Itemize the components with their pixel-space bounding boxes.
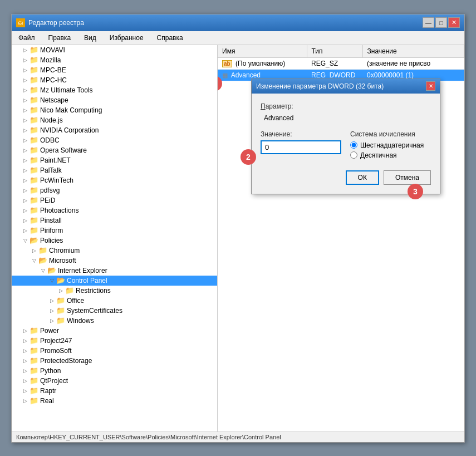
folder-icon: 📁 [30,347,38,355]
tree-item-nvidia[interactable]: ▷ 📁 NVIDIA Corporation [12,125,217,135]
dialog-body: Параметр: Advanced Значение: Система исч… [252,94,440,194]
tree-item-protected[interactable]: ▷ 📁 ProtectedStorage [12,356,217,366]
registry-values-pane: 1 Имя Тип Значение ab (По умолчанию) [218,45,464,432]
tree-item-movavi[interactable]: ▷ 📁 MOVAVI [12,45,217,55]
tree-item-office[interactable]: ▷ 📁 Office [12,296,217,306]
tree-item-promosoft[interactable]: ▷ 📁 PromoSoft [12,346,217,356]
folder-icon: 📁 [30,66,38,74]
tree-item-real[interactable]: ▷ 📁 Real [12,396,217,406]
col-header-value: Значение [362,45,464,58]
tree-item-pdfsvg[interactable]: ▷ 📁 pdfsvg [12,185,217,195]
folder-icon: 📁 [30,126,38,134]
tree-item-mpc-be[interactable]: ▷ 📁 MPC-BE [12,65,217,75]
number-system-label: Система исчисления [350,130,431,138]
menu-file[interactable]: Файл [16,33,37,43]
menu-bar: Файл Правка Вид Избранное Справка [12,31,464,45]
tree-label: Internet Explorer [58,267,107,274]
folder-icon: 📁 [30,187,38,194]
tree-item-piriform[interactable]: ▷ 📁 Piriform [12,225,217,236]
tree-item-nico-mak[interactable]: ▷ 📁 Nico Mak Computing [12,105,217,115]
tree-item-control-panel[interactable]: ▽ 📂 Control Panel [12,276,217,286]
tree-item-opera[interactable]: ▷ 📁 Opera Software [12,145,217,155]
tree-arrow: ▷ [30,248,38,253]
tree-arrow: ▷ [21,328,30,334]
menu-help[interactable]: Справка [155,33,185,43]
folder-icon: 📁 [56,317,65,325]
menu-favorites[interactable]: Избранное [107,33,146,43]
tree-label: Netscape [40,96,68,104]
folder-icon: 📁 [38,247,47,254]
table-row[interactable]: ab (По умолчанию) REG_SZ (значение не пр… [218,57,464,69]
tree-item-mpc-hc[interactable]: ▷ 📁 MPC-HC [12,75,217,85]
folder-icon: 📁 [30,227,38,234]
tree-label: ODBC [40,136,60,144]
tree-item-chromium[interactable]: ▷ 📁 Chromium [12,246,217,256]
folder-icon: 📁 [30,56,38,64]
tree-item-mz-ultimate[interactable]: ▷ 📁 Mz Ultimate Tools [12,85,217,95]
tree-label: Office [67,297,84,305]
tree-label: Piriform [40,227,63,234]
status-path: Компьютер\HKEY_CURRENT_USER\Software\Pol… [16,434,281,440]
status-bar: Компьютер\HKEY_CURRENT_USER\Software\Pol… [12,432,464,442]
tree-item-windows[interactable]: ▷ 📁 Windows [12,316,217,326]
tree-label: PEiD [40,197,55,204]
cancel-button[interactable]: Отмена [384,170,431,185]
tree-item-syscerts[interactable]: ▷ 📁 SystemCertificates [12,306,217,316]
tree-item-pinstall[interactable]: ▷ 📁 Pinstall [12,215,217,225]
restore-button[interactable]: □ [435,17,447,28]
tree-item-odbc[interactable]: ▷ 📁 ODBC [12,135,217,145]
tree-label: Mz Ultimate Tools [40,86,92,94]
tree-item-nodejs[interactable]: ▷ 📁 Node.js [12,115,217,125]
menu-edit[interactable]: Правка [46,33,73,43]
minimize-button[interactable]: — [423,17,434,28]
dec-radio[interactable] [350,151,357,159]
dec-radio-option[interactable]: Десятичная [350,151,431,159]
menu-view[interactable]: Вид [82,33,99,43]
tree-label: Restrictions [76,287,111,295]
tree-item-ie[interactable]: ▽ 📂 Internet Explorer [12,266,217,276]
hex-radio-label: Шестнадцатеричная [360,141,424,149]
app-icon: 🗂 [16,18,25,27]
dialog-title-text: Изменение параметра DWORD (32 бита) [256,82,384,90]
param-value: Advanced [261,112,431,124]
tree-item-power[interactable]: ▷ 📁 Power [12,326,217,336]
tree-item-policies[interactable]: ▽ 📂 Policies [12,236,217,246]
tree-item-paintnet[interactable]: ▷ 📁 Paint.NET [12,155,217,165]
tree-item-photoactions[interactable]: ▷ 📁 Photoactions [12,205,217,215]
col-header-type: Тип [307,45,362,58]
value-input-group: Значение: [261,130,341,154]
tree-arrow: ▷ [21,348,30,354]
tree-item-microsoft[interactable]: ▽ 📂 Microsoft [12,256,217,266]
tree-arrow: ▽ [38,268,47,273]
dialog-close-button[interactable]: ✕ [426,81,435,91]
close-button[interactable]: ✕ [448,17,460,28]
tree-label: MOVAVI [40,46,65,54]
tree-arrow: ▷ [21,138,30,143]
number-system-group: Система исчисления Шестнадцатеричная Дес… [350,130,431,161]
folder-icon: 📁 [30,176,38,184]
hex-radio-option[interactable]: Шестнадцатеричная [350,141,431,149]
dec-radio-label: Десятичная [360,151,397,159]
tree-item-qtproject[interactable]: ▷ 📁 QtProject [12,376,217,386]
tree-item-netscape[interactable]: ▷ 📁 Netscape [12,95,217,105]
tree-item-pcwintech[interactable]: ▷ 📁 PcWinTech [12,175,217,185]
tree-item-python[interactable]: ▷ 📁 Python [12,366,217,376]
tree-pane[interactable]: ▷ 📁 MOVAVI ▷ 📁 Mozilla ▷ 📁 MPC-BE ▷ 📁 MP… [12,45,218,432]
tree-item-peid[interactable]: ▷ 📁 PEiD [12,195,217,205]
value-input[interactable] [261,140,341,154]
dialog-value-row: Значение: Система исчисления Шестнадцате… [261,130,431,161]
tree-item-raptr[interactable]: ▷ 📁 Raptr [12,386,217,396]
tree-item-restrictions[interactable]: ▷ 📁 Restrictions [12,286,217,296]
folder-open-icon: 📂 [38,257,47,264]
tree-item-paltalk[interactable]: ▷ 📁 PalTalk [12,165,217,175]
tree-item-project247[interactable]: ▷ 📁 Project247 [12,336,217,346]
tree-label: Microsoft [49,257,76,264]
ok-button[interactable]: ОК [346,170,379,185]
tree-arrow: ▷ [21,228,30,233]
tree-item-mozilla[interactable]: ▷ 📁 Mozilla [12,55,217,65]
tree-arrow: ▷ [56,288,65,293]
hex-radio[interactable] [350,141,357,149]
folder-icon: 📁 [30,106,38,114]
folder-icon: 📁 [30,337,38,345]
folder-icon: 📁 [30,76,38,84]
